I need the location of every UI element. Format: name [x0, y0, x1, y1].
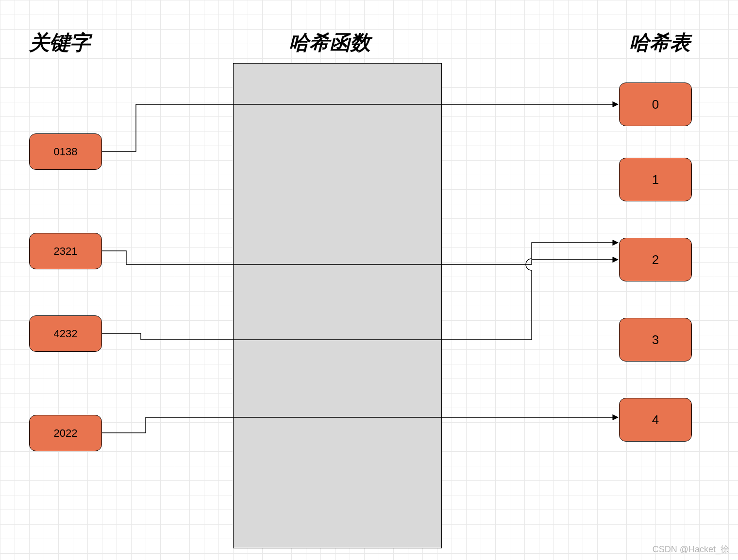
heading-hash-function: 哈希函数 [289, 29, 370, 56]
slot-label: 2 [652, 252, 659, 267]
table-slot-1: 1 [619, 158, 692, 201]
key-label: 2022 [54, 427, 78, 440]
key-label: 0138 [54, 146, 78, 158]
slot-label: 1 [652, 172, 659, 187]
table-slot-4: 4 [619, 398, 692, 442]
key-box-3: 2022 [29, 415, 102, 451]
key-label: 4232 [54, 328, 78, 340]
table-slot-0: 0 [619, 82, 692, 126]
heading-keys: 关键字 [29, 29, 90, 56]
heading-hash-table: 哈希表 [629, 29, 690, 56]
key-label: 2321 [54, 245, 78, 258]
slot-label: 4 [652, 412, 659, 428]
table-slot-3: 3 [619, 318, 692, 362]
watermark: CSDN @Hacket_徐 [653, 544, 729, 555]
slot-label: 3 [652, 332, 659, 347]
hash-function-box [233, 63, 442, 548]
slot-label: 0 [652, 97, 659, 112]
key-box-2: 4232 [29, 315, 102, 352]
table-slot-2: 2 [619, 238, 692, 281]
key-box-0: 0138 [29, 133, 102, 170]
key-box-1: 2321 [29, 233, 102, 269]
